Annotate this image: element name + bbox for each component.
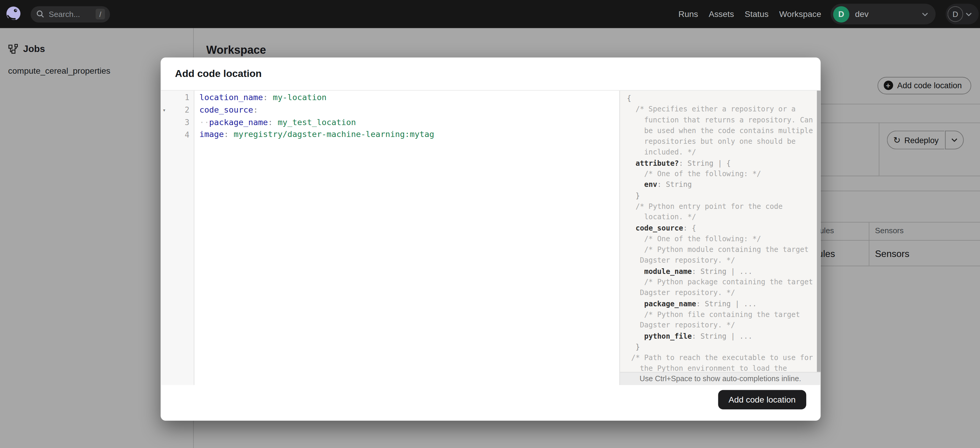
schema-line: /* Python file containing the target bbox=[627, 309, 821, 320]
global-search-input[interactable]: Search... / bbox=[30, 6, 110, 22]
schema-line: /* Path to reach the executable to use f… bbox=[627, 353, 821, 363]
line-number: 2 bbox=[171, 105, 194, 115]
editor-gutter: 1▾234 bbox=[161, 91, 194, 385]
schema-line: Dagster repository. */ bbox=[627, 320, 821, 331]
schema-line: function that returns a repository. Can bbox=[627, 115, 821, 126]
search-icon bbox=[36, 10, 44, 18]
nav-links: RunsAssetsStatusWorkspace bbox=[678, 10, 821, 19]
top-nav: Search... / RunsAssetsStatusWorkspace D … bbox=[0, 0, 980, 28]
search-placeholder: Search... bbox=[49, 10, 95, 18]
code-line: ··package_name: my_test_location bbox=[199, 116, 619, 128]
nav-link-status[interactable]: Status bbox=[745, 10, 769, 19]
schema-line: repositories but only one should be bbox=[627, 137, 821, 147]
deployment-switcher[interactable]: D dev bbox=[830, 4, 935, 24]
schema-line: package_name: String | ... bbox=[627, 299, 821, 309]
gutter-row: 1 bbox=[161, 91, 194, 104]
schema-line: } bbox=[627, 191, 821, 201]
schema-line: /* Python module containing the target bbox=[627, 245, 821, 255]
dagster-logo-icon[interactable] bbox=[5, 6, 22, 22]
deployment-badge: D bbox=[833, 6, 850, 22]
gutter-row: ▾2 bbox=[161, 104, 194, 116]
modal-footer: Add code location bbox=[161, 385, 821, 421]
gutter-row: 3 bbox=[161, 116, 194, 128]
line-number: 1 bbox=[171, 93, 194, 102]
fold-arrow-icon[interactable]: ▾ bbox=[161, 106, 172, 113]
autocomplete-hint: Use Ctrl+Space to show auto-completions … bbox=[620, 372, 821, 385]
schema-line: Dagster repository. */ bbox=[627, 288, 821, 299]
app-root: Jobs compute_cereal_properties Workspace… bbox=[0, 0, 980, 448]
schema-line: be used when the code contains multiple bbox=[627, 126, 821, 137]
schema-line: python_file: String | ... bbox=[627, 331, 821, 342]
user-menu[interactable]: D bbox=[945, 4, 979, 24]
schema-line: /* One of the following: */ bbox=[627, 234, 821, 245]
schema-line: included. */ bbox=[627, 147, 821, 158]
chevron-down-icon bbox=[966, 12, 972, 16]
add-code-location-submit-button[interactable]: Add code location bbox=[718, 390, 806, 409]
schema-line: attribute?: String | { bbox=[627, 158, 821, 169]
code-line: code_source: bbox=[199, 104, 619, 116]
schema-line: code_source: { bbox=[627, 223, 821, 234]
modal-header: Add code location bbox=[161, 58, 821, 91]
code-line: image: myregistry/dagster-machine-learni… bbox=[199, 128, 619, 141]
schema-line: /* Python entry point for the code bbox=[627, 201, 821, 212]
line-number: 3 bbox=[171, 118, 194, 127]
gutter-row: 4 bbox=[161, 128, 194, 141]
nav-link-runs[interactable]: Runs bbox=[678, 10, 698, 19]
schema-scrollbar[interactable] bbox=[817, 91, 821, 372]
schema-line: /* One of the following: */ bbox=[627, 169, 821, 180]
schema-line: } bbox=[627, 342, 821, 353]
yaml-editor[interactable]: location_name: my-locationcode_source:··… bbox=[194, 91, 619, 385]
modal-body: 1▾234 location_name: my-locationcode_sou… bbox=[161, 91, 821, 385]
schema-line: /* Specifies either a repository or a bbox=[627, 104, 821, 115]
schema-doc: { /* Specifies either a repository or a … bbox=[620, 91, 821, 374]
modal-title: Add code location bbox=[175, 68, 262, 79]
schema-line: env: String bbox=[627, 180, 821, 191]
nav-link-workspace[interactable]: Workspace bbox=[779, 10, 821, 19]
schema-line: /* Python package containing the target bbox=[627, 277, 821, 288]
schema-panel: { /* Specifies either a repository or a … bbox=[619, 91, 821, 385]
nav-link-assets[interactable]: Assets bbox=[709, 10, 734, 19]
slash-shortcut-badge: / bbox=[95, 9, 105, 19]
code-line: location_name: my-location bbox=[199, 91, 619, 104]
line-number: 4 bbox=[171, 130, 194, 139]
deployment-name: dev bbox=[855, 10, 922, 19]
chevron-down-icon bbox=[922, 12, 928, 16]
schema-line: module_name: String | ... bbox=[627, 266, 821, 277]
user-avatar: D bbox=[948, 6, 963, 22]
add-code-location-modal: Add code location 1▾234 location_name: m… bbox=[161, 58, 821, 421]
schema-line: location. */ bbox=[627, 212, 821, 223]
schema-line: { bbox=[627, 93, 821, 104]
schema-line: Dagster repository. */ bbox=[627, 255, 821, 266]
